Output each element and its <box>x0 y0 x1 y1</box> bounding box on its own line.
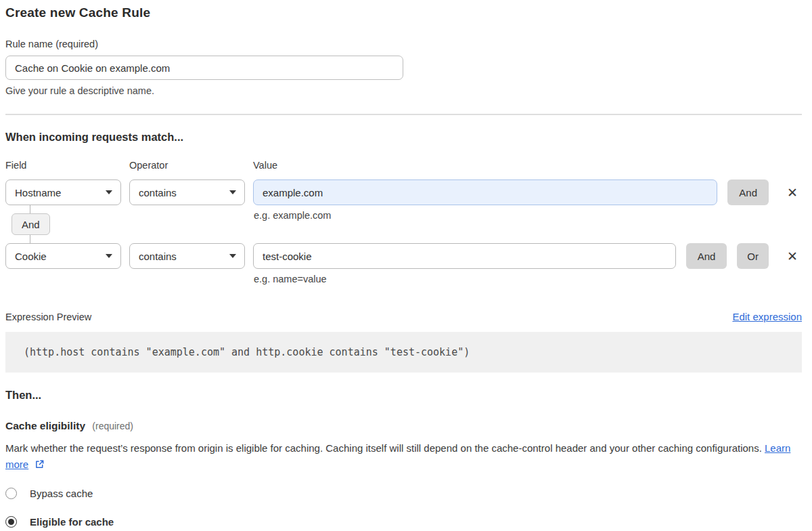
page-title: Create new Cache Rule <box>5 5 802 20</box>
radio-button-selected-icon <box>5 516 17 528</box>
external-link-icon <box>35 458 45 474</box>
remove-condition-button[interactable]: ✕ <box>783 243 802 269</box>
remove-condition-button[interactable]: ✕ <box>783 179 802 205</box>
condition-builder: Field Operator Value Hostname contains e… <box>5 160 802 269</box>
rule-name-section: Rule name (required) Give your rule a de… <box>5 39 802 96</box>
field-select-value: Cookie <box>15 251 47 262</box>
operator-select-value: contains <box>139 187 177 198</box>
condition-connector: And <box>5 213 100 235</box>
field-select[interactable]: Hostname <box>5 179 121 205</box>
condition-row-2: Cookie contains e.g. name=value And Or ✕ <box>5 243 802 269</box>
operator-select[interactable]: contains <box>129 243 245 269</box>
field-select[interactable]: Cookie <box>5 243 121 269</box>
value-column: e.g. example.com <box>253 179 717 205</box>
operator-select-value: contains <box>139 251 177 262</box>
chevron-down-icon <box>229 190 236 194</box>
cache-eligibility-description: Mark whether the request’s response from… <box>5 440 792 474</box>
rule-name-helper: Give your rule a descriptive name. <box>5 85 802 96</box>
value-input[interactable] <box>253 243 676 269</box>
close-icon: ✕ <box>787 186 798 199</box>
section-divider <box>5 114 802 115</box>
required-note: (required) <box>92 421 133 431</box>
close-icon: ✕ <box>787 250 798 263</box>
and-button[interactable]: And <box>727 179 769 205</box>
column-label-value: Value <box>253 160 802 171</box>
field-select-value: Hostname <box>15 187 61 198</box>
chevron-down-icon <box>106 254 112 258</box>
chevron-down-icon <box>106 190 112 194</box>
create-cache-rule-page: Create new Cache Rule Rule name (require… <box>0 0 812 531</box>
match-heading: When incoming requests match... <box>5 131 802 144</box>
operator-select[interactable]: contains <box>129 179 245 205</box>
condition-row-1: Hostname contains e.g. example.com And ✕ <box>5 179 802 205</box>
rule-name-input[interactable] <box>5 56 403 80</box>
rule-name-label: Rule name (required) <box>5 39 802 49</box>
then-heading: Then... <box>5 389 802 402</box>
radio-option-bypass-cache[interactable]: Bypass cache <box>5 488 93 499</box>
connector-and-button[interactable]: And <box>12 213 50 235</box>
radio-label: Bypass cache <box>30 488 93 499</box>
radio-button-icon <box>5 488 17 499</box>
and-button[interactable]: And <box>686 243 727 269</box>
edit-expression-link[interactable]: Edit expression <box>732 311 802 322</box>
value-input[interactable] <box>253 179 717 205</box>
cache-eligibility-title: Cache eligibility <box>5 420 85 431</box>
expression-preview-label: Expression Preview <box>5 312 91 322</box>
value-hint: e.g. example.com <box>254 210 331 221</box>
value-column: e.g. name=value <box>253 243 676 269</box>
or-button[interactable]: Or <box>737 243 769 269</box>
expression-preview-header: Expression Preview Edit expression <box>5 311 802 322</box>
column-label-operator: Operator <box>129 160 245 171</box>
value-hint: e.g. name=value <box>254 274 327 284</box>
column-label-field: Field <box>5 160 121 171</box>
expression-code: (http.host contains "example.com" and ht… <box>5 332 802 373</box>
radio-option-eligible-for-cache[interactable]: Eligible for cache <box>5 516 114 528</box>
description-text: Mark whether the request’s response from… <box>5 442 762 454</box>
column-labels: Field Operator Value <box>5 160 802 171</box>
radio-label: Eligible for cache <box>30 516 114 528</box>
cache-eligibility-heading: Cache eligibility (required) <box>5 420 802 432</box>
chevron-down-icon <box>229 254 236 258</box>
